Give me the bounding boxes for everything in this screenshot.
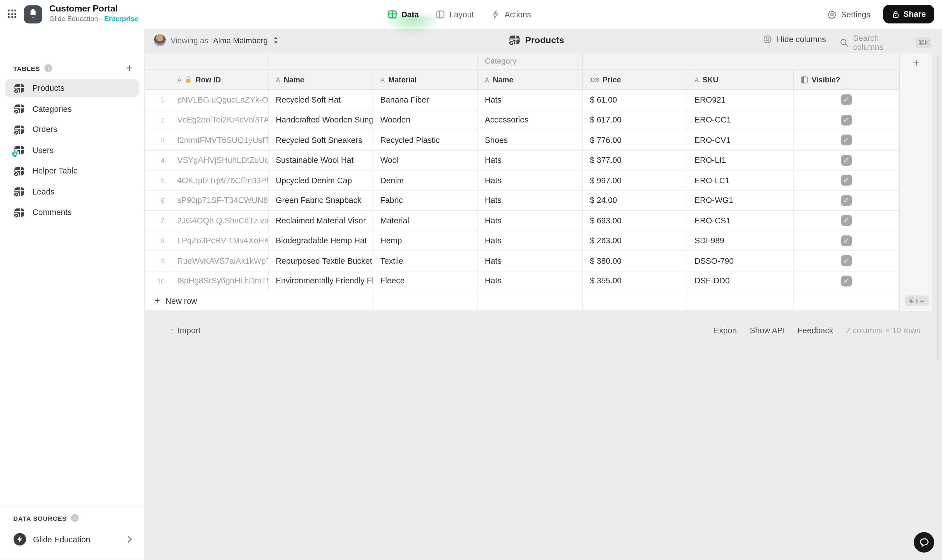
data-source-glide-education[interactable]: Glide Education — [5, 527, 139, 551]
show-api-button[interactable]: Show API — [750, 326, 785, 335]
vertical-scrollbar[interactable] — [937, 55, 940, 360]
cell-row-id[interactable]: VcEg2eoiTei2Kr4cVoi3TA — [170, 110, 268, 130]
info-icon[interactable]: i — [44, 64, 52, 72]
sidebar-item-categories[interactable]: Categories — [5, 100, 139, 117]
cell-visible[interactable]: ✓ — [794, 271, 899, 291]
cell-sku[interactable]: ERO-LI1 — [687, 151, 793, 170]
cell-category-name[interactable]: Hats — [478, 171, 583, 190]
hide-columns-button[interactable]: Hide columns — [763, 35, 826, 44]
column-header-visible[interactable]: Visible? — [794, 70, 899, 90]
cell-price[interactable]: $ 355.00 — [583, 271, 687, 291]
cell-sku[interactable]: ERO-LC1 — [687, 171, 793, 190]
cell-row-id[interactable]: t8pHg8SrSy6gnHi.hDmT5g — [170, 271, 268, 291]
support-chat-button[interactable] — [914, 532, 934, 553]
cell-category-name[interactable]: Hats — [478, 151, 583, 170]
cell-visible[interactable]: ✓ — [794, 211, 899, 231]
settings-button[interactable]: Settings — [827, 0, 871, 29]
cell-category-name[interactable]: Hats — [478, 211, 583, 231]
cell-visible[interactable]: ✓ — [794, 151, 899, 170]
cell-visible[interactable]: ✓ — [794, 90, 899, 109]
checkbox-checked-icon[interactable]: ✓ — [841, 195, 852, 206]
share-button[interactable]: Share — [883, 5, 934, 23]
cell-price[interactable]: $ 263.00 — [583, 231, 687, 251]
checkbox-checked-icon[interactable]: ✓ — [841, 235, 852, 246]
cell-material[interactable]: Recycled Plastic — [373, 130, 478, 150]
checkbox-checked-icon[interactable]: ✓ — [841, 135, 852, 146]
cell-category-name[interactable]: Hats — [478, 90, 583, 109]
column-header-name[interactable]: AName — [269, 70, 373, 90]
cell-sku[interactable]: ERO-WG1 — [687, 191, 793, 210]
cell-price[interactable]: $ 380.00 — [583, 251, 687, 271]
checkbox-checked-icon[interactable]: ✓ — [841, 275, 852, 286]
tab-actions[interactable]: Actions — [491, 9, 531, 19]
cell-material[interactable]: Fleece — [373, 271, 478, 291]
checkbox-checked-icon[interactable]: ✓ — [841, 255, 852, 266]
cell-material[interactable]: Fabric — [373, 191, 478, 210]
column-header-name[interactable]: AName — [478, 70, 583, 90]
new-row-cell[interactable] — [794, 291, 899, 311]
search-columns-input[interactable]: Search columns ⌘K — [840, 34, 931, 52]
checkbox-checked-icon[interactable]: ✓ — [841, 115, 852, 126]
cell-sku[interactable]: SDI-989 — [687, 231, 793, 251]
tab-layout[interactable]: Layout — [436, 9, 474, 19]
tab-data[interactable]: Data — [388, 9, 419, 19]
cell-material[interactable]: Wooden — [373, 110, 478, 130]
cell-name[interactable]: Reclaimed Material Visor — [269, 211, 373, 231]
cell-price[interactable]: $ 776.00 — [583, 130, 687, 150]
cell-row-id[interactable]: pNVLBG.uQguoLaZYk-O1Cw — [170, 90, 268, 109]
sidebar-item-comments[interactable]: Comments — [5, 203, 139, 221]
cell-name[interactable]: Repurposed Textile Bucket Hat — [269, 251, 373, 271]
cell-category-name[interactable]: Hats — [478, 251, 583, 271]
sidebar-item-leads[interactable]: Leads — [5, 183, 139, 200]
cell-row-id[interactable]: 2JG4OQh.Q.ShvCdTz.vahA — [170, 211, 268, 231]
new-row-cell[interactable] — [687, 291, 793, 311]
cell-category-name[interactable]: Accessories — [478, 110, 583, 130]
cell-material[interactable]: Denim — [373, 171, 478, 190]
new-row-cell[interactable] — [583, 291, 687, 311]
checkbox-checked-icon[interactable]: ✓ — [841, 94, 852, 105]
cell-material[interactable]: Textile — [373, 251, 478, 271]
cell-row-id[interactable]: LPqZo3PcRV-1Mv4XoHKE8A — [170, 231, 268, 251]
feedback-button[interactable]: Feedback — [797, 326, 833, 335]
cell-material[interactable]: Material — [373, 211, 478, 231]
cell-visible[interactable]: ✓ — [794, 191, 899, 210]
add-table-button[interactable]: + — [123, 62, 136, 75]
cell-category-name[interactable]: Hats — [478, 231, 583, 251]
checkbox-checked-icon[interactable]: ✓ — [841, 215, 852, 226]
checkbox-checked-icon[interactable]: ✓ — [841, 175, 852, 186]
cell-sku[interactable]: ERO-CS1 — [687, 211, 793, 231]
cell-name[interactable]: Environmentally Friendly Fleece — [269, 271, 373, 291]
cell-row-id[interactable]: 4OK.IpIzTqW76Cffm33PhA — [170, 171, 268, 190]
cell-price[interactable]: $ 997.00 — [583, 171, 687, 190]
column-header-price[interactable]: 123Price — [583, 70, 687, 90]
cell-category-name[interactable]: Hats — [478, 191, 583, 210]
cell-visible[interactable]: ✓ — [794, 251, 899, 271]
cell-material[interactable]: Banana Fiber — [373, 90, 478, 109]
export-button[interactable]: Export — [714, 326, 737, 335]
cell-visible[interactable]: ✓ — [794, 110, 899, 130]
cell-name[interactable]: Upcycled Denim Cap — [269, 171, 373, 190]
app-logo[interactable] — [24, 5, 42, 23]
cell-material[interactable]: Hemp — [373, 231, 478, 251]
cell-category-name[interactable]: Hats — [478, 271, 583, 291]
cell-name[interactable]: Recycled Soft Hat — [269, 90, 373, 109]
info-icon[interactable]: i — [71, 514, 79, 522]
cell-sku[interactable]: ERO921 — [687, 90, 793, 109]
sidebar-item-helper-table[interactable]: Helper Table — [5, 162, 139, 180]
sidebar-item-users[interactable]: Users — [5, 142, 139, 159]
cell-row-id[interactable]: sP90jp71SF-T34CWUN8kFg — [170, 191, 268, 210]
new-row-button[interactable]: + New row — [145, 291, 268, 311]
cell-category-name[interactable]: Shoes — [478, 130, 583, 150]
cell-price[interactable]: $ 61.00 — [583, 90, 687, 109]
cell-price[interactable]: $ 24.00 — [583, 191, 687, 210]
sidebar-item-orders[interactable]: Orders — [5, 121, 139, 138]
cell-visible[interactable]: ✓ — [794, 231, 899, 251]
import-button[interactable]: ↑ Import — [170, 326, 200, 335]
cell-sku[interactable]: DSF-DD0 — [687, 271, 793, 291]
group-cell-category[interactable]: Category — [478, 53, 583, 69]
cell-price[interactable]: $ 617.00 — [583, 110, 687, 130]
new-row-cell[interactable] — [269, 291, 373, 311]
cell-row-id[interactable]: VSYgAHVjSHuhLDtZuUq0Zv — [170, 151, 268, 170]
cell-visible[interactable]: ✓ — [794, 130, 899, 150]
new-row-cell[interactable] — [478, 291, 583, 311]
